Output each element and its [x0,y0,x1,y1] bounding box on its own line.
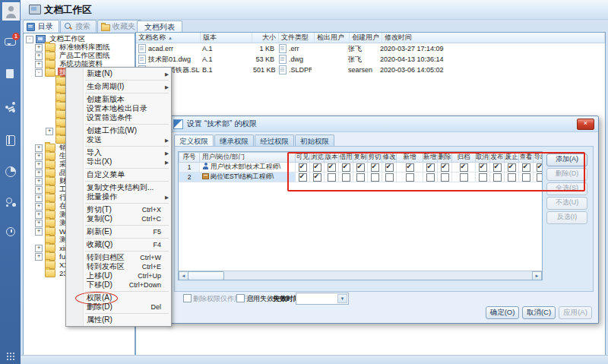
permission-checkbox[interactable] [342,173,350,182]
permission-cell[interactable] [423,163,438,173]
permission-checkbox[interactable] [356,163,365,172]
permission-checkbox[interactable] [299,173,307,182]
tree-expander[interactable]: + [35,203,43,210]
scrollbar-thumb[interactable] [188,271,224,280]
menu-item[interactable]: 权限(A) ▶ [66,293,171,302]
tree-expander[interactable]: + [46,128,53,135]
permission-checkbox[interactable] [441,163,449,172]
permission-checkbox[interactable] [385,163,394,172]
dialog-tab[interactable]: 经过权限 [255,135,294,147]
tab-search[interactable]: 搜索 [60,20,97,33]
permission-cell[interactable] [368,163,382,173]
permission-checkbox[interactable] [328,173,336,182]
tree-expander[interactable]: + [35,153,43,160]
menu-item[interactable]: 发送 ▶ [66,135,171,144]
workflow-icon[interactable] [5,102,16,113]
permission-cell[interactable] [397,163,423,173]
menu-item[interactable]: 复制(C) Ctrl+C ▶ [66,214,171,223]
permission-checkbox[interactable] [426,173,435,182]
permission-checkbox[interactable] [371,163,379,172]
tab-favorites[interactable]: 收藏夹 [97,20,141,33]
permission-checkbox[interactable] [493,163,502,172]
tree-expander[interactable]: + [35,220,43,227]
menu-item[interactable]: 收藏(Q) F4 ▶ [66,240,171,249]
permission-cell[interactable] [353,163,368,173]
documents-icon[interactable] [5,68,16,80]
permission-cell[interactable] [339,163,353,173]
permission-action-button[interactable]: 删除(D) [546,168,587,181]
menu-item[interactable]: 属性(R) ▶ [66,315,171,324]
permission-checkbox[interactable] [522,173,530,182]
permission-action-button[interactable]: 不选(U) [546,197,587,210]
menu-item[interactable]: 批量操作 ▶ [66,192,171,201]
permission-cell[interactable] [310,173,325,182]
permission-checkbox[interactable] [371,173,379,182]
document-row[interactable]: 农用卷筒铁器.SLDPRT B.1 501 KB .SLDPRT searsen… [136,65,605,75]
permission-checkbox[interactable] [406,163,414,172]
column-checkout-user[interactable]: 检出用户 [315,33,350,43]
tree-expander[interactable]: + [35,253,43,261]
permission-cell[interactable] [476,163,490,173]
column-size[interactable]: 大小 [252,33,279,43]
permission-cell[interactable] [296,163,310,173]
permission-action-button[interactable]: 全选(S) [546,182,587,195]
permission-cell[interactable] [325,163,339,173]
permission-checkbox[interactable] [508,163,516,172]
permission-cell[interactable] [490,173,505,182]
permission-checkbox[interactable] [537,173,543,182]
permission-checkbox[interactable] [537,163,543,172]
delete-applies-children-checkbox[interactable] [183,294,192,302]
tree-expander[interactable]: + [35,178,43,185]
permission-cell[interactable] [382,163,397,173]
menu-item[interactable]: 刷新(E) F5 ▶ [66,227,171,236]
user-settings-icon[interactable] [5,196,16,207]
tree-expander[interactable]: + [35,169,43,177]
tab-document-list[interactable]: 文档列表 [137,21,182,33]
permission-cell[interactable] [534,163,543,173]
permission-cell[interactable] [325,173,339,182]
permission-cell[interactable] [397,173,423,182]
permission-checkbox[interactable] [342,163,350,172]
column-creator[interactable]: 创建用户 [350,33,382,43]
permission-cell[interactable] [423,173,438,182]
permission-cell[interactable] [368,173,382,182]
permission-checkbox[interactable] [508,173,516,182]
permission-cell[interactable] [382,173,397,182]
permission-cell[interactable] [339,173,353,182]
permission-checkbox[interactable] [313,173,321,182]
tree-expander[interactable]: - [35,69,43,77]
enable-expiry-checkbox[interactable] [236,294,245,302]
permission-cell[interactable] [296,173,310,182]
permission-checkbox[interactable] [522,163,530,172]
permission-cell[interactable] [519,163,534,173]
permission-cell[interactable] [519,173,534,182]
dialog-button[interactable]: 取消(C) [522,306,556,319]
menu-item[interactable]: 新建(N) ▶ [66,69,171,78]
permission-checkbox[interactable] [299,163,307,172]
tab-catalog[interactable]: 目录 [23,20,59,33]
tree-expander[interactable]: + [35,211,43,219]
menu-item[interactable]: 生命周期(I) ▶ [66,82,171,91]
column-modified[interactable]: 修改时间 [382,33,605,43]
tree-expander[interactable]: + [35,245,43,252]
permission-cell[interactable] [505,173,519,182]
menu-item[interactable]: 导入 ▶ [66,148,171,157]
document-row[interactable]: 技术部01.dwg A.1 53 KB .dwg 张飞 2020-04-13 1… [136,54,605,65]
dialog-button[interactable]: 应用(A) [559,306,592,319]
menu-item[interactable]: 删除(D) Del ▶ [66,302,171,312]
dialog-tab[interactable]: 初始权限 [295,135,334,147]
scroll-right-icon[interactable]: ► [532,271,542,280]
row-user-cell[interactable]: 用户\技术部\技术工程师\ [200,163,296,173]
column-filetype[interactable]: 文件类型 [279,33,315,43]
permission-checkbox[interactable] [441,173,449,182]
permission-cell[interactable] [438,173,452,182]
menu-item[interactable]: 上移(U) Ctrl+Up ▶ [66,271,171,280]
permission-row[interactable]: 1 用户\技术部\技术工程师\ [179,163,543,173]
permission-cell[interactable] [534,173,543,182]
permission-checkbox[interactable] [328,163,336,172]
menu-item[interactable]: 创建工作流(W) ▶ [66,126,171,135]
menu-item[interactable]: 设置筛选条件 ▶ [66,113,171,122]
tree-expander[interactable]: - [26,36,33,43]
permission-cell[interactable] [452,163,476,173]
permission-checkbox[interactable] [460,173,468,182]
